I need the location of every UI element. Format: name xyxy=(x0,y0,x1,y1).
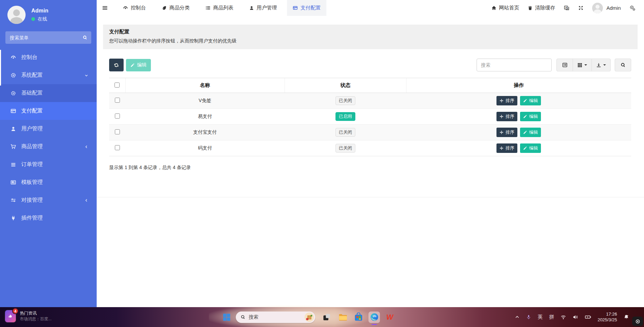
sidebar-item-basic-config[interactable]: 基础配置 xyxy=(0,84,97,102)
edit-button[interactable]: 编辑 xyxy=(520,112,541,121)
status-badge: 已关闭 xyxy=(335,96,355,105)
sidebar-item-goods-management[interactable]: 商品管理 xyxy=(0,138,97,156)
gear-icon xyxy=(10,72,16,78)
tab-goods-category[interactable]: 商品分类 xyxy=(156,0,195,16)
search-toggle-button[interactable] xyxy=(615,59,631,71)
payment-table: 名称 状态 操作 V免签 已关闭 排序 编辑 xyxy=(109,78,631,156)
language-switch-button[interactable]: A xyxy=(564,5,570,11)
tab-label: 支付配置 xyxy=(300,5,321,11)
menu-icon xyxy=(102,5,108,11)
edit-button[interactable]: 编辑 xyxy=(520,143,541,153)
sidebar-item-label: 控制台 xyxy=(21,54,37,61)
notifications-bell-icon[interactable]: z xyxy=(623,314,629,320)
sidebar-item-label: 用户管理 xyxy=(21,125,43,132)
sidebar-item-label: 商品管理 xyxy=(21,143,43,150)
sort-button[interactable]: 排序 xyxy=(496,112,517,121)
row-checkbox[interactable] xyxy=(115,129,120,134)
column-header-status[interactable]: 状态 xyxy=(285,78,406,93)
caret-down-icon xyxy=(603,64,606,66)
sidebar-toggle-button[interactable] xyxy=(97,0,113,16)
sidebar-item-order-management[interactable]: 订单管理 xyxy=(0,156,97,173)
column-header-actions[interactable]: 操作 xyxy=(406,78,631,93)
sidebar-search-input[interactable] xyxy=(5,31,91,44)
svg-text:z: z xyxy=(627,315,628,317)
main-content: 支付配置 您可以拖动操作栏中的排序按钮，从而控制用户支付的优先级 编辑 xyxy=(97,16,644,307)
site-home-link[interactable]: 网站首页 xyxy=(491,5,519,11)
widgets-button[interactable]: 4 热门资讯 市场消息：百度... xyxy=(5,310,52,322)
clock[interactable]: 17:26 2025/3/25 xyxy=(598,312,617,323)
language-indicator-secondary[interactable]: 拼 xyxy=(549,314,554,320)
column-header-name[interactable]: 名称 xyxy=(125,78,285,93)
avatar xyxy=(592,3,603,13)
row-checkbox[interactable] xyxy=(115,113,120,119)
detail-view-button[interactable] xyxy=(556,59,573,71)
sidebar-search xyxy=(5,31,91,44)
row-checkbox[interactable] xyxy=(115,98,120,103)
edge-browser-app[interactable] xyxy=(368,312,380,323)
sidebar-item-label: 对接管理 xyxy=(21,197,43,204)
settings-menu-button[interactable] xyxy=(630,5,635,11)
store-icon xyxy=(354,313,363,322)
caret-down-icon xyxy=(584,64,587,66)
battery-icon[interactable] xyxy=(585,314,591,320)
taskbar-search-box[interactable]: 搜索 xyxy=(236,312,315,323)
edit-button[interactable]: 编辑 xyxy=(520,96,541,105)
sidebar-item-user-management[interactable]: 用户管理 xyxy=(0,120,97,138)
columns-button[interactable] xyxy=(573,59,592,71)
pencil-icon xyxy=(130,63,135,67)
chevron-up-icon[interactable] xyxy=(515,315,520,320)
page-subtitle: 您可以拖动操作栏中的排序按钮，从而控制用户支付的优先级 xyxy=(109,38,632,44)
panel-heading: 支付配置 您可以拖动操作栏中的排序按钮，从而控制用户支付的优先级 xyxy=(103,25,638,49)
payment-name: 码支付 xyxy=(125,140,285,156)
table-search-input[interactable] xyxy=(477,59,552,71)
sidebar-item-label: 订单管理 xyxy=(21,161,43,168)
wps-office-app[interactable]: W xyxy=(384,312,396,323)
edit-button[interactable]: 编辑 xyxy=(520,128,541,137)
site-home-label: 网站首页 xyxy=(499,5,519,11)
sort-button[interactable]: 排序 xyxy=(496,143,517,153)
tab-dashboard[interactable]: 控制台 xyxy=(117,0,152,16)
microphone-icon[interactable] xyxy=(526,315,531,320)
expand-icon xyxy=(578,5,583,10)
wifi-icon[interactable] xyxy=(560,314,566,320)
tab-user-management[interactable]: 用户管理 xyxy=(244,0,283,16)
tab-label: 商品分类 xyxy=(169,5,190,11)
record-button[interactable] xyxy=(632,317,643,326)
move-icon xyxy=(500,115,504,119)
fullscreen-button[interactable] xyxy=(578,5,583,10)
export-button[interactable] xyxy=(591,59,611,71)
payment-name: 易支付 xyxy=(125,109,285,125)
start-button[interactable] xyxy=(222,312,232,322)
trash-icon xyxy=(528,6,533,10)
user-menu[interactable]: Admin xyxy=(592,3,621,13)
sidebar-item-integration-management[interactable]: 对接管理 xyxy=(0,191,97,209)
avatar[interactable] xyxy=(7,6,26,24)
refresh-button[interactable] xyxy=(109,59,124,71)
row-checkbox[interactable] xyxy=(115,145,120,150)
select-all-checkbox[interactable] xyxy=(115,83,120,88)
speaker-icon[interactable] xyxy=(573,314,578,320)
sidebar-item-dashboard[interactable]: 控制台 xyxy=(0,48,97,66)
tab-goods-list[interactable]: 商品列表 xyxy=(200,0,239,16)
sidebar-item-plugin-management[interactable]: 插件管理 xyxy=(0,209,97,227)
sort-button[interactable]: 排序 xyxy=(496,96,517,105)
tab-payment-config[interactable]: 支付配置 xyxy=(287,0,326,16)
user-icon xyxy=(249,6,254,10)
snipping-tool-app[interactable] xyxy=(321,312,332,323)
sort-label: 排序 xyxy=(506,113,514,120)
microsoft-store-app[interactable] xyxy=(353,312,364,323)
language-indicator-primary[interactable]: 英 xyxy=(538,314,543,320)
bulk-edit-button[interactable]: 编辑 xyxy=(126,59,151,71)
sidebar-item-payment-config[interactable]: 支付配置 xyxy=(0,102,97,120)
taskbar-apps: W xyxy=(321,312,396,323)
edit-label: 编辑 xyxy=(529,113,538,120)
sort-button[interactable]: 排序 xyxy=(496,128,517,137)
tab-label: 商品列表 xyxy=(213,5,233,11)
clear-cache-button[interactable]: 清除缓存 xyxy=(528,5,555,11)
sidebar-item-template-management[interactable]: 模板管理 xyxy=(0,173,97,191)
table-row: 易支付 已启用 排序 编辑 xyxy=(109,109,631,125)
file-explorer-app[interactable] xyxy=(337,312,348,323)
sidebar-item-system-config[interactable]: 系统配置 xyxy=(0,66,97,84)
template-icon xyxy=(10,179,16,185)
status-badge: 已关闭 xyxy=(335,128,355,137)
